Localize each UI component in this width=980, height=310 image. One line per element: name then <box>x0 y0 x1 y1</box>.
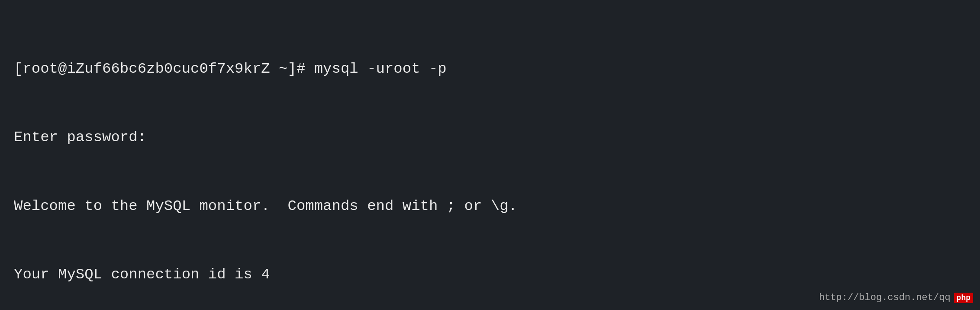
terminal-line-1: [root@iZuf66bc6zb0cuc0f7x9krZ ~]# mysql … <box>14 58 966 81</box>
terminal-line-2: Enter password: <box>14 126 966 149</box>
terminal-line-4: Your MySQL connection id is 4 <box>14 263 966 286</box>
terminal-line-3: Welcome to the MySQL monitor. Commands e… <box>14 195 966 218</box>
watermark: http://blog.csdn.net/qq php <box>819 292 973 303</box>
terminal-output: [root@iZuf66bc6zb0cuc0f7x9krZ ~]# mysql … <box>14 12 966 310</box>
watermark-url: http://blog.csdn.net/qq <box>819 292 951 303</box>
php-badge: php <box>954 293 973 303</box>
terminal-window: [root@iZuf66bc6zb0cuc0f7x9krZ ~]# mysql … <box>0 0 980 310</box>
